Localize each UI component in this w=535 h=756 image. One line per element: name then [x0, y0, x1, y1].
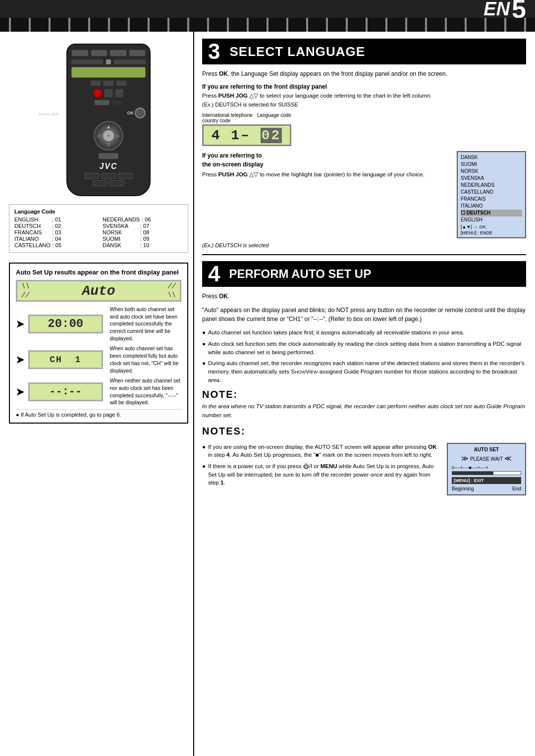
remote-jog-area: + ▲ ▽ ◁ ▷ — [71, 121, 146, 151]
onscreen-left: If you are referring tothe on-screen dis… — [202, 151, 450, 180]
display-dash: --:-- — [28, 382, 103, 401]
bullet-text-2: Auto clock set function sets the clock a… — [208, 340, 526, 356]
lang-name-0b: NEDERLANDS — [103, 216, 140, 222]
bullet-channel-set: ● Auto channel set function takes place … — [202, 328, 526, 337]
remote-small-row — [71, 100, 146, 105]
note-bullet-text-2: If there is a power cut, or if you press… — [208, 462, 440, 487]
section3-title: SELECT LANGUAGE — [229, 44, 365, 59]
notes-section: NOTES: ● If you are using the on-screen … — [202, 426, 526, 495]
remote-btn-1[interactable] — [71, 50, 89, 56]
jog-center[interactable]: + — [103, 130, 114, 141]
progress-bar-track — [452, 471, 521, 475]
lang-name-1: DEUTSCH — [14, 223, 50, 229]
remote-bottom-4[interactable] — [93, 180, 107, 186]
arrow-dash: ➤ — [16, 386, 24, 398]
remote-record-btn[interactable] — [93, 89, 102, 98]
section4-bullets: ● Auto channel set function takes place … — [202, 328, 526, 384]
bullet-text-1: Auto channel set function takes place fi… — [208, 328, 464, 337]
auto-set-panel-title: AUTO SET — [452, 447, 521, 452]
lang-item-nederlands: NEDERLANDS — [461, 182, 522, 189]
bullet-text-3: During auto channel set, the recorder re… — [208, 359, 526, 384]
remote-btn-2[interactable] — [91, 50, 108, 56]
lang-display-wrapper: International telephonecountry code Lang… — [202, 112, 291, 146]
display-row-time: ➤ 20:00 When both auto channel set and a… — [16, 306, 181, 342]
lang-item-dansk: DANSK — [461, 154, 522, 161]
bullet-dot-3: ● — [202, 359, 206, 384]
remote-stop-btn[interactable] — [104, 89, 113, 98]
left-column: PUSH JOG — [0, 32, 193, 756]
lang-row-2b: NORSK : 08 — [103, 229, 183, 235]
remote-control: OK + ▲ ▽ ◁ ▷ — [66, 44, 151, 196]
section3-num: 3 — [208, 41, 220, 62]
remote-btn-3[interactable] — [109, 50, 127, 56]
lang-item-deutsch: ☐ DEUTSCH — [461, 210, 522, 216]
bullet-dot-2: ● — [202, 340, 206, 356]
lang-table-grid: ENGLISH : 01 NEDERLANDS : 06 DEUTSCH : 0… — [14, 216, 183, 248]
lang-row-1: DEUTSCH : 02 — [14, 223, 95, 229]
menu-hint: [MENU] : ENDE — [461, 230, 522, 235]
onscreen-container: If you are referring tothe on-screen dis… — [202, 151, 526, 238]
push-jog-label: PUSH JOG — [39, 112, 59, 116]
remote-btn-4[interactable] — [129, 50, 146, 56]
note-bullet-1: ● If you are using the on-screen display… — [202, 443, 440, 459]
dash-note: When neither auto channel set nor auto c… — [107, 377, 182, 406]
remote-extra-1[interactable] — [99, 153, 118, 159]
lang-row-4: CASTELLANO : 05 — [14, 242, 95, 248]
auto-set-panel: AUTO SET ≫ PLEASE WAIT ≪ 0----+----■----… — [447, 443, 526, 495]
remote-transport — [71, 80, 146, 86]
intl-tel-label: International telephonecountry code — [202, 112, 253, 123]
auto-text: Auto — [82, 283, 115, 299]
lang-item-english: ENGLISH — [461, 216, 522, 223]
lang-name-2: FRANCAIS — [14, 229, 50, 235]
lang-name-1b: SVENSKA — [103, 223, 138, 229]
onscreen-ex-note: (Ex.) DEUTSCH is selected — [202, 242, 526, 248]
display-row-ch: ➤ CH 1 When auto channel set has been co… — [16, 345, 181, 374]
lang-row-0b: NEDERLANDS : 06 — [103, 216, 183, 222]
lang-display-box: 4 1– 02 — [202, 124, 291, 146]
lang-display-container: International telephonecountry code Lang… — [202, 112, 526, 146]
remote-slider-1 — [71, 59, 103, 64]
notes-content: ● If you are using the on-screen display… — [202, 443, 526, 495]
remote-small-1[interactable] — [95, 100, 109, 105]
remote-container: PUSH JOG — [9, 39, 188, 196]
section4-header: 4 PERFORM AUTO SET UP — [202, 261, 526, 287]
lang-name-4b: DANSK — [103, 242, 138, 248]
lang-row-0: ENGLISH : 01 — [14, 216, 95, 222]
remote-ok-area: OK — [71, 108, 146, 118]
remote-bottom-5[interactable] — [109, 180, 124, 186]
lang-code-1b: : 07 — [140, 223, 149, 229]
time-note: When both auto channel set and auto cloc… — [107, 306, 182, 342]
remote-bottom-1[interactable] — [84, 173, 99, 179]
jog-wheel[interactable]: + ▲ ▽ ◁ ▷ — [94, 121, 123, 151]
front-display-text: Press PUSH JOG △▽ to select your languag… — [202, 92, 526, 100]
remote-ok-btn[interactable] — [135, 108, 146, 118]
section3-intro: Press OK. the Language Set display appea… — [202, 69, 526, 78]
lang-code-4b: : 10 — [140, 242, 149, 248]
progress-labels: 0----+----■----+----+ — [452, 465, 521, 470]
section3-header: 3 SELECT LANGUAGE — [202, 39, 526, 64]
remote-pause-btn[interactable] — [115, 89, 124, 98]
lang-code-3b: : 09 — [140, 236, 149, 242]
section4-title: PERFORM AUTO SET UP — [229, 267, 371, 281]
display-auto: \\ // Auto // \\ — [16, 280, 181, 302]
onscreen-section: If you are referring tothe on-screen dis… — [202, 151, 526, 248]
remote-slider-2 — [114, 59, 146, 64]
lang-name-2b: NORSK — [103, 229, 138, 235]
remote-play[interactable] — [103, 80, 114, 86]
remote-bottom-3[interactable] — [118, 173, 133, 179]
note-bullet-dot-1: ● — [202, 443, 206, 459]
lang-item-francais: FRANCAIS — [461, 196, 522, 203]
jvc-logo: JVC — [71, 162, 146, 171]
remote-rew[interactable] — [90, 80, 101, 86]
lang-item-norsk: NORSK — [461, 168, 522, 175]
remote-bottom-buttons — [71, 173, 146, 186]
remote-fwd[interactable] — [116, 80, 127, 86]
remote-small-2[interactable] — [111, 100, 122, 105]
lang-code-2: : 03 — [52, 229, 61, 235]
slash-br: \\ — [167, 291, 176, 299]
remote-extra-btns — [71, 153, 146, 159]
lang-row-3b: SUOMI : 09 — [103, 236, 183, 242]
remote-bottom-2[interactable] — [101, 173, 116, 179]
note-bullet-text-1: If you are using the on-screen display, … — [208, 443, 440, 459]
remote-display — [71, 67, 146, 78]
